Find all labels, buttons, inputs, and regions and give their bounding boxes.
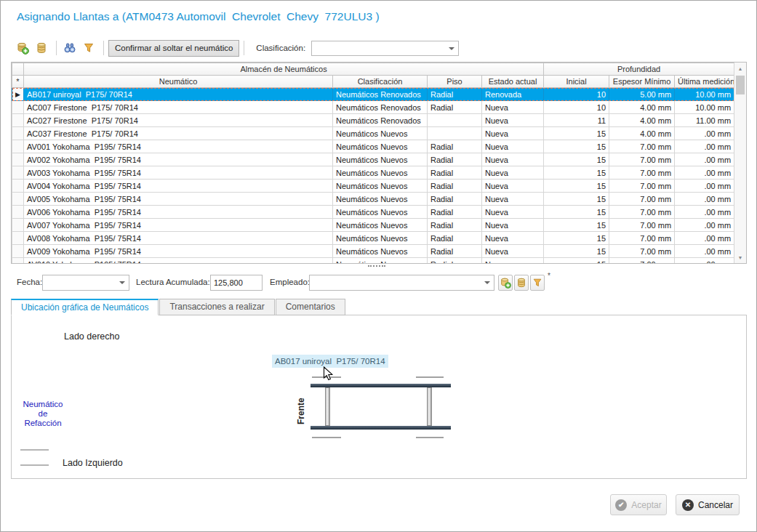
add-record-icon bbox=[16, 41, 29, 55]
scrollbar-thumb[interactable] bbox=[736, 76, 745, 94]
chevron-down-icon bbox=[119, 281, 125, 284]
table-row[interactable]: AV006 Yokohama P195/ 75R14Neumáticos Nue… bbox=[12, 206, 734, 219]
close-icon: ✕ bbox=[682, 499, 694, 511]
left-side-label: Lado Izquierdo bbox=[63, 458, 123, 468]
column-header-estado[interactable]: Estado actual bbox=[482, 76, 544, 88]
search-icon[interactable] bbox=[61, 39, 79, 57]
tab-transacciones[interactable]: Transacciones a realizar bbox=[159, 299, 274, 315]
lectura-value: 125,800 bbox=[214, 278, 243, 287]
grid-vertical-scrollbar[interactable]: ▲ ▼ bbox=[734, 63, 746, 263]
main-toolbar: Confirmar al soltar el neumático Clasifi… bbox=[14, 39, 459, 57]
table-row[interactable]: AV003 Yokohama P195/ 75R14Neumáticos Nue… bbox=[12, 166, 734, 180]
group-header-depth: Profundidad bbox=[544, 63, 734, 76]
filter-icon bbox=[83, 42, 95, 54]
table-row[interactable]: AV002 Yokohama P195/ 75R14Neumáticos Nue… bbox=[12, 153, 734, 166]
search-icon bbox=[63, 42, 76, 54]
table-row[interactable]: AV009 Yokohama P195/ 75R14Neumáticos Nue… bbox=[12, 245, 734, 258]
measurement-fields: Fecha: 30/09/2016 Lectura Acumulada: 125… bbox=[1, 275, 756, 291]
tire-slot-rear-left[interactable] bbox=[416, 437, 444, 438]
tire-warehouse-grid: Almacén de Neumáticos Profundidad * Neum… bbox=[11, 62, 747, 264]
table-row[interactable]: AC027 Firestone P175/ 70R14Neumáticos Re… bbox=[12, 114, 734, 127]
grid-body: ▶AB017 uniroyal P175/ 70R14Neumáticos Re… bbox=[12, 88, 734, 264]
group-header-warehouse: Almacén de Neumáticos bbox=[24, 63, 544, 76]
tab-bar: Ubicación gráfica de Neumáticos Transacc… bbox=[11, 299, 346, 315]
spare-tire-label: Neumático de Refacción bbox=[12, 400, 74, 428]
table-row[interactable]: AV005 Yokohama P195/ 75R14Neumáticos Nue… bbox=[12, 193, 734, 206]
mouse-cursor-icon bbox=[323, 366, 334, 383]
add-record-icon[interactable] bbox=[498, 275, 513, 291]
scroll-up-icon[interactable]: ▲ bbox=[734, 63, 746, 74]
column-header-ultima[interactable]: Última medición bbox=[675, 76, 734, 88]
required-marker: * bbox=[548, 272, 550, 280]
chevron-down-icon bbox=[484, 281, 490, 284]
add-record-icon[interactable] bbox=[14, 39, 31, 57]
fecha-label: Fecha: bbox=[17, 278, 42, 286]
tab-ubicacion-grafica[interactable]: Ubicación gráfica de Neumáticos bbox=[11, 299, 159, 315]
table-row[interactable]: AV008 Yokohama P195/ 75R14Neumáticos Nue… bbox=[12, 232, 734, 245]
filter-icon[interactable] bbox=[80, 39, 97, 57]
page-title: Asignando Llantas a (ATM0473 Automovil C… bbox=[17, 10, 380, 23]
filter-icon[interactable] bbox=[530, 275, 545, 291]
data-icon bbox=[36, 42, 47, 54]
classification-combobox[interactable] bbox=[311, 41, 459, 56]
tab-comentarios[interactable]: Comentarios bbox=[276, 299, 345, 315]
rear-axle bbox=[427, 387, 432, 426]
tire-position-diagram: Lado derecho Neumático de Refacción Lado… bbox=[11, 315, 747, 479]
table-row[interactable]: AV007 Yokohama P195/ 75R14Neumáticos Nue… bbox=[12, 219, 734, 232]
classification-label: Clasificación: bbox=[256, 44, 305, 52]
table-row[interactable]: AV004 Yokohama P195/ 75R14Neumáticos Nue… bbox=[12, 180, 734, 193]
table-row[interactable]: AV001 Yokohama P195/ 75R14Neumáticos Nue… bbox=[12, 140, 734, 153]
column-header-clasificacion[interactable]: Clasificación bbox=[333, 76, 428, 88]
data-icon[interactable] bbox=[33, 39, 50, 57]
chassis-rail-bottom bbox=[311, 426, 451, 430]
table-row[interactable]: ▶AB017 uniroyal P175/ 70R14Neumáticos Re… bbox=[12, 88, 734, 101]
tire-slot-front-left[interactable] bbox=[312, 437, 341, 438]
grid-resize-grip[interactable] bbox=[368, 265, 385, 267]
cancel-button[interactable]: ✕ Cancelar bbox=[676, 494, 740, 515]
column-header-neumatico[interactable]: Neumático bbox=[24, 76, 333, 88]
empleado-combobox[interactable]: ARIZAGA PALOMO HUGO bbox=[309, 275, 494, 291]
grid-column-header-row: * Neumático Clasificación Piso Estado ac… bbox=[12, 76, 734, 88]
accept-button[interactable]: ✔ Aceptar bbox=[610, 494, 667, 515]
spare-tire-slot[interactable] bbox=[20, 449, 49, 451]
column-header-inicial[interactable]: Inicial bbox=[544, 76, 609, 88]
column-header-espesor[interactable]: Espesor Mínimo bbox=[609, 76, 675, 88]
column-header-piso[interactable]: Piso bbox=[428, 76, 482, 88]
lectura-label: Lectura Acumulada: bbox=[136, 278, 210, 286]
data-icon[interactable] bbox=[514, 275, 529, 291]
spare-tire-slot[interactable] bbox=[20, 464, 49, 466]
fecha-datepicker[interactable]: 30/09/2016 bbox=[42, 275, 129, 291]
confirm-on-drop-button[interactable]: Confirmar al soltar el neumático bbox=[108, 40, 239, 57]
toolbar-separator bbox=[56, 41, 57, 55]
front-axle bbox=[325, 387, 330, 426]
scroll-down-icon[interactable]: ▼ bbox=[734, 251, 746, 263]
toolbar-separator bbox=[244, 41, 244, 55]
assign-tires-window: Asignando Llantas a (ATM0473 Automovil C… bbox=[0, 0, 757, 532]
toolbar-separator bbox=[103, 41, 104, 55]
right-side-label: Lado derecho bbox=[64, 331, 119, 342]
grid-group-header-row: Almacén de Neumáticos Profundidad bbox=[12, 63, 734, 76]
front-label: Frente bbox=[296, 398, 306, 424]
table-row[interactable]: AC037 Firestone P175/ 70R14Neumáticos Nu… bbox=[12, 127, 734, 140]
chevron-down-icon bbox=[449, 47, 454, 50]
row-selector-header: * bbox=[12, 76, 24, 88]
lectura-input[interactable]: 125,800 bbox=[210, 275, 263, 291]
check-icon: ✔ bbox=[615, 499, 627, 511]
empleado-label: Empleado: bbox=[270, 278, 310, 286]
tire-slot-rear-right[interactable] bbox=[416, 376, 444, 378]
table-row[interactable]: AV010 Yokohama P195/ 75R14Neumáticos Nue… bbox=[12, 258, 734, 264]
table-row[interactable]: AC007 Firestone P175/ 70R14Neumáticos Re… bbox=[12, 101, 734, 114]
